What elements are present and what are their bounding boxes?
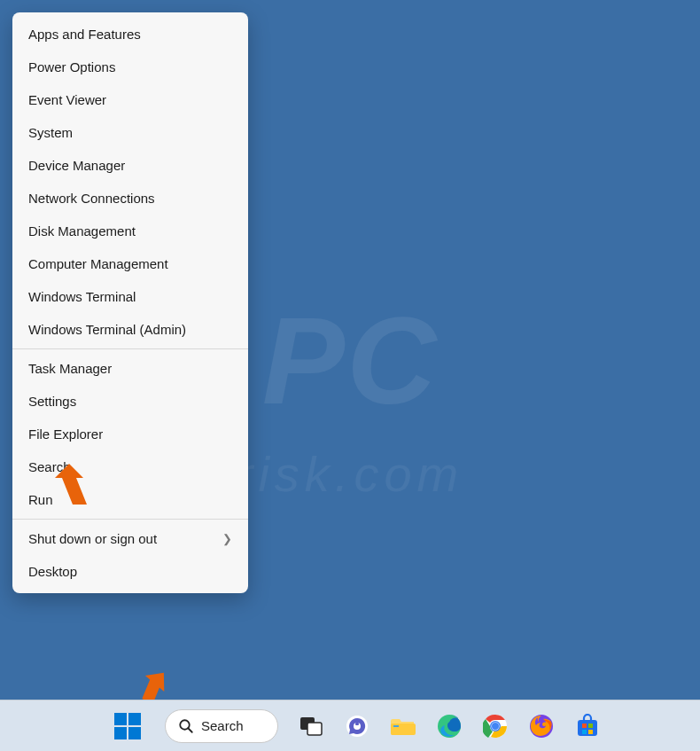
watermark-small: risk.com	[237, 444, 463, 502]
svg-rect-21	[588, 730, 593, 734]
taskbar-icon-firefox[interactable]	[528, 713, 555, 739]
svg-rect-18	[582, 724, 587, 728]
menu-item-label: Computer Management	[28, 256, 168, 271]
taskbar-icon-microsoft-store[interactable]	[574, 713, 601, 739]
menu-item-label: File Explorer	[28, 426, 103, 442]
taskbar-search[interactable]: Search	[165, 709, 278, 743]
svg-rect-17	[578, 720, 597, 736]
menu-item-label: Power Options	[28, 59, 115, 74]
svg-rect-20	[582, 730, 587, 734]
search-icon	[178, 718, 194, 734]
search-label: Search	[201, 718, 244, 733]
menu-item-label: Shut down or sign out	[28, 531, 157, 546]
svg-rect-19	[588, 724, 593, 728]
menu-item-windows-terminal[interactable]: Windows Terminal	[12, 280, 248, 313]
menu-item-computer-management[interactable]: Computer Management	[12, 247, 248, 280]
menu-item-windows-terminal-admin[interactable]: Windows Terminal (Admin)	[12, 313, 248, 346]
svg-rect-8	[355, 723, 359, 725]
menu-item-disk-management[interactable]: Disk Management	[12, 215, 248, 247]
menu-item-run[interactable]: Run	[12, 483, 248, 516]
menu-item-label: Run	[28, 492, 53, 507]
menu-item-apps-and-features[interactable]: Apps and Features	[12, 18, 248, 51]
svg-point-15	[492, 723, 499, 730]
taskbar-icon-task-view[interactable]	[298, 713, 324, 739]
menu-item-settings[interactable]: Settings	[12, 385, 248, 418]
windows-logo-icon	[114, 713, 141, 739]
menu-item-label: Apps and Features	[28, 27, 141, 42]
winx-context-menu: Apps and Features Power Options Event Vi…	[12, 12, 248, 593]
taskbar-icon-chat[interactable]	[344, 713, 370, 739]
menu-item-label: Disk Management	[28, 223, 136, 239]
taskbar-icon-edge[interactable]	[436, 713, 463, 739]
menu-item-power-options[interactable]: Power Options	[12, 51, 248, 83]
svg-rect-5	[307, 723, 322, 735]
taskbar: Search	[0, 700, 700, 751]
menu-item-desktop[interactable]: Desktop	[12, 555, 248, 588]
menu-separator	[12, 519, 248, 520]
menu-item-label: Event Viewer	[28, 92, 106, 107]
svg-line-3	[188, 728, 192, 732]
taskbar-icon-chrome[interactable]	[482, 713, 509, 739]
menu-item-label: Network Connections	[28, 191, 155, 206]
menu-item-task-manager[interactable]: Task Manager	[12, 352, 248, 385]
menu-item-system[interactable]: System	[12, 116, 248, 149]
svg-rect-9	[391, 724, 416, 735]
menu-item-label: Windows Terminal	[28, 289, 136, 304]
menu-item-label: System	[28, 125, 73, 140]
menu-item-label: Desktop	[28, 564, 77, 579]
menu-item-event-viewer[interactable]: Event Viewer	[12, 83, 248, 116]
start-button[interactable]	[110, 708, 145, 744]
taskbar-icon-file-explorer[interactable]	[390, 713, 416, 739]
menu-separator	[12, 348, 248, 349]
menu-item-device-manager[interactable]: Device Manager	[12, 149, 248, 182]
menu-item-shut-down-or-sign-out[interactable]: Shut down or sign out ❯	[12, 522, 248, 555]
menu-item-search[interactable]: Search	[12, 450, 248, 483]
svg-rect-10	[393, 725, 399, 727]
menu-item-label: Task Manager	[28, 361, 112, 376]
menu-item-label: Settings	[28, 394, 76, 409]
menu-item-label: Search	[28, 459, 71, 474]
menu-item-label: Windows Terminal (Admin)	[28, 322, 186, 337]
menu-item-label: Device Manager	[28, 158, 125, 173]
menu-item-network-connections[interactable]: Network Connections	[12, 182, 248, 215]
chevron-right-icon: ❯	[222, 532, 232, 545]
watermark-large: PC	[262, 289, 438, 433]
menu-item-file-explorer[interactable]: File Explorer	[12, 418, 248, 450]
